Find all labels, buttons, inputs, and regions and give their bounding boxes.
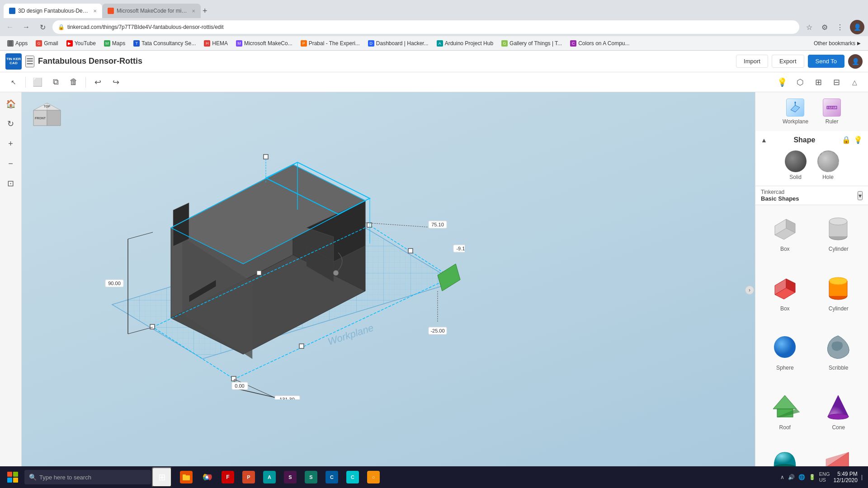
task-view-icon: ⊞ xyxy=(156,471,168,483)
light-tool[interactable]: 💡 xyxy=(774,74,790,90)
sendto-button[interactable]: Send To xyxy=(808,55,844,68)
task-view-button[interactable]: ⊞ xyxy=(152,467,172,487)
lock-icon: 🔒 xyxy=(58,24,65,30)
taskbar-powerpoint[interactable]: P xyxy=(239,467,259,487)
view-angle-tool[interactable]: △ xyxy=(846,74,863,90)
address-box[interactable]: 🔒 tinkercad.com/things/7p7T7BIde4V-fanta… xyxy=(52,20,799,34)
taskbar-slack[interactable]: S xyxy=(280,467,300,487)
bookmark-maps-label: Maps xyxy=(112,40,125,47)
duplicate-tool[interactable]: ⧉ xyxy=(47,74,64,90)
panel-collapse-button[interactable]: › xyxy=(745,286,754,295)
taskbar-canva[interactable]: C xyxy=(343,467,363,487)
svg-marker-87 xyxy=(828,395,849,417)
taskbar-chrome[interactable] xyxy=(197,467,217,487)
shape-lock-icon[interactable]: 🔒 xyxy=(842,136,851,144)
copy-tool[interactable]: ⬜ xyxy=(29,74,46,90)
align-tool[interactable]: ⊞ xyxy=(810,74,826,90)
delete-tool[interactable]: 🗑 xyxy=(66,74,82,90)
new-tab-button[interactable]: + xyxy=(203,6,208,16)
shape-item-cylinder-gray[interactable]: Cylinder xyxy=(813,209,865,267)
star-button[interactable]: ☆ xyxy=(803,21,816,33)
tab-active[interactable]: 3D design Fantabulous-Densor-R... ✕ xyxy=(4,4,102,18)
network-icon[interactable]: 🌐 xyxy=(798,474,805,480)
forward-button[interactable]: → xyxy=(20,21,33,33)
workplane-label: Workplane xyxy=(783,118,808,125)
redo-tool[interactable]: ↪ xyxy=(108,74,124,90)
svg-marker-59 xyxy=(791,105,800,112)
project-title: Fantabulous Densor-Rottis xyxy=(38,56,142,66)
shape-item-roof-green[interactable]: Roof xyxy=(759,387,811,445)
workplane-button[interactable]: Workplane xyxy=(777,96,814,127)
taskbar-search[interactable]: 🔍 Type here to search xyxy=(24,470,151,484)
bookmark-gmail[interactable]: G Gmail xyxy=(32,39,61,47)
library-header: Tinkercad Basic Shapes ▾ xyxy=(755,186,868,205)
svg-point-72 xyxy=(829,218,847,225)
bookmark-hema[interactable]: H HEMA xyxy=(200,39,231,47)
speaker-icon[interactable]: 🔊 xyxy=(788,474,795,480)
import-button[interactable]: Import xyxy=(736,55,768,68)
mirror-tool[interactable]: ⊟ xyxy=(828,74,844,90)
bookmark-apps[interactable]: ⋮⋮ Apps xyxy=(4,39,31,47)
bookmark-tata[interactable]: T Tata Consultancy Se... xyxy=(130,39,199,47)
taskbar-clipboard[interactable]: C xyxy=(322,467,342,487)
viewport-cube[interactable]: TOP FRONT xyxy=(31,101,63,134)
svg-marker-91 xyxy=(826,452,849,467)
bookmark-prabal[interactable]: P Prabal - The Experi... xyxy=(297,39,363,47)
shape-item-cylinder-orange[interactable]: Cylinder xyxy=(813,268,865,326)
shape-item-cone-purple[interactable]: Cone xyxy=(813,387,865,445)
battery-icon[interactable]: 🔋 xyxy=(809,474,816,480)
tab-label-2: Microsoft MakeCode for micro:... xyxy=(117,8,189,14)
tab-close[interactable]: ✕ xyxy=(93,9,97,14)
taskbar-arduino[interactable]: A xyxy=(259,467,279,487)
select-tool[interactable]: ↖ xyxy=(5,74,22,90)
taskbar-foxit[interactable]: F xyxy=(218,467,238,487)
taskbar-orange-app[interactable]: ○ xyxy=(363,467,383,487)
bookmark-maps[interactable]: M Maps xyxy=(100,39,129,47)
ruler-label: Ruler xyxy=(826,118,839,125)
shape-item-scribble[interactable]: Scribble xyxy=(813,328,865,385)
settings-button[interactable]: ⋮ xyxy=(834,21,846,33)
taskbar-sway[interactable]: S xyxy=(301,467,321,487)
bookmark-gmail-label: Gmail xyxy=(44,40,58,47)
bookmark-youtube[interactable]: ▶ YouTube xyxy=(63,39,99,47)
up-arrow-icon[interactable]: ∧ xyxy=(780,474,784,480)
shape-item-box-gray[interactable]: Box xyxy=(759,209,811,267)
orbit-button[interactable]: ↻ xyxy=(3,116,19,132)
svg-rect-25 xyxy=(367,223,372,227)
svg-point-80 xyxy=(829,277,847,285)
bookmark-dash[interactable]: D Dashboard | Hacker... xyxy=(364,39,432,47)
hamburger-menu[interactable]: ☰ xyxy=(25,56,34,67)
home-view-button[interactable]: 🏠 xyxy=(3,96,19,112)
back-button[interactable]: ← xyxy=(4,21,16,33)
bookmark-colors-label: Colors on A Compu... xyxy=(578,40,629,47)
export-button[interactable]: Export xyxy=(772,55,804,68)
shape-item-sphere-blue[interactable]: Sphere xyxy=(759,328,811,385)
bookmark-arduino[interactable]: A Arduino Project Hub xyxy=(433,39,497,47)
shape-types: Solid Hole xyxy=(757,147,866,184)
solid-shape-type[interactable]: Solid xyxy=(785,150,807,180)
taskbar-file-explorer[interactable] xyxy=(176,467,196,487)
canvas-area[interactable]: TOP FRONT xyxy=(22,92,755,488)
shape-item-box-red[interactable]: Box xyxy=(759,268,811,326)
snap-tool[interactable]: ⬡ xyxy=(792,74,808,90)
bookmark-other[interactable]: Other bookmarks ▶ xyxy=(810,39,864,47)
zoom-out-button[interactable]: − xyxy=(3,155,19,172)
zoom-in-button[interactable]: + xyxy=(3,136,19,152)
shape-bulb-icon[interactable]: 💡 xyxy=(854,136,863,144)
ruler-button[interactable]: Ruler xyxy=(817,96,846,127)
refresh-button[interactable]: ↻ xyxy=(36,21,49,33)
show-desktop-button[interactable]: | xyxy=(861,474,863,480)
tab-inactive[interactable]: Microsoft MakeCode for micro:... ✕ xyxy=(102,4,201,18)
fit-view-button[interactable]: ⊡ xyxy=(3,175,19,192)
svg-marker-6 xyxy=(47,110,61,126)
hole-shape-type[interactable]: Hole xyxy=(817,150,839,180)
extensions-button[interactable]: ⚙ xyxy=(818,21,831,33)
start-button[interactable] xyxy=(2,466,24,488)
tab-close-2[interactable]: ✕ xyxy=(192,9,195,14)
bookmark-ms[interactable]: M Microsoft MakeCo... xyxy=(232,39,296,47)
bookmark-gallery[interactable]: G Gallery of Things | T... xyxy=(498,39,566,47)
library-dropdown-button[interactable]: ▾ xyxy=(858,191,863,200)
bookmark-colors[interactable]: C Colors on A Compu... xyxy=(566,39,633,47)
bookmark-other-label: Other bookmarks xyxy=(814,40,855,47)
undo-tool[interactable]: ↩ xyxy=(90,74,106,90)
